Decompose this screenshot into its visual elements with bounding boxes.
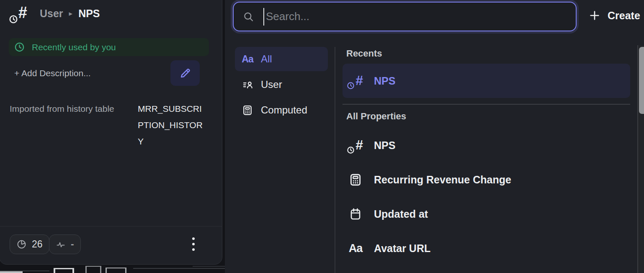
number-clock-icon: # — [10, 5, 27, 22]
clock-icon — [14, 42, 25, 52]
aa-text-icon: Aa — [349, 242, 363, 255]
result-label: NPS — [374, 139, 395, 152]
chart-count-value: 26 — [32, 239, 43, 250]
property-search-modal: Create Aa All User — [225, 0, 644, 273]
imported-table-name: MRR_SUBSCRIPTION_HISTORY — [138, 100, 206, 149]
text-caret — [263, 8, 264, 26]
edit-description-button[interactable] — [170, 60, 200, 86]
breadcrumb: User ▸ NPS — [40, 8, 100, 20]
result-label: Avatar URL — [374, 242, 430, 255]
calculator-icon — [348, 173, 363, 187]
section-title-recents: Recents — [343, 47, 630, 60]
recently-used-badge: Recently used by you — [9, 38, 209, 56]
background-chart-peek — [0, 265, 225, 273]
breadcrumb-parent[interactable]: User — [40, 8, 63, 20]
calculator-icon — [241, 104, 254, 116]
recently-used-label: Recently used by you — [32, 42, 116, 52]
trend-value: - — [71, 239, 74, 250]
imported-from-label: Imported from history table — [10, 103, 138, 149]
result-row-nps-recent[interactable]: # NPS — [343, 64, 630, 98]
scrollbar-thumb[interactable] — [639, 47, 644, 114]
property-header: # User ▸ NPS — [10, 5, 100, 22]
trend-button[interactable]: - — [49, 234, 81, 254]
property-detail-panel: # User ▸ NPS Recently used by you + Add … — [0, 0, 222, 265]
chart-count-button[interactable]: 26 — [10, 234, 49, 254]
result-label: NPS — [374, 75, 395, 87]
plus-icon — [589, 10, 600, 21]
tab-user[interactable]: User — [235, 72, 328, 97]
calendar-icon — [348, 207, 363, 221]
result-row-avatar-url[interactable]: Aa Avatar URL — [343, 231, 630, 265]
breadcrumb-current: NPS — [78, 8, 100, 20]
type-filter-nav: Aa All User Computed — [235, 47, 328, 122]
pie-chart-icon — [16, 239, 27, 250]
description-row: + Add Description... — [0, 60, 222, 86]
user-list-icon — [241, 79, 254, 90]
result-label: Recurring Revenue Change — [374, 174, 511, 186]
pencil-icon — [179, 67, 191, 80]
tab-computed[interactable]: Computed — [235, 98, 328, 122]
section-title-all-properties: All Properties — [343, 110, 630, 123]
tab-label: User — [261, 79, 282, 90]
aa-text-icon: Aa — [241, 54, 254, 65]
vertical-divider — [335, 47, 335, 273]
horizontal-divider — [343, 104, 630, 105]
results-pane: Recents # NPS All Properties — [343, 47, 630, 265]
tab-label: Computed — [261, 104, 307, 116]
add-description-button[interactable]: + Add Description... — [14, 68, 91, 78]
result-label: Updated at — [374, 208, 428, 220]
tab-all[interactable]: Aa All — [235, 47, 328, 71]
result-row-updated-at[interactable]: Updated at — [343, 197, 630, 231]
search-input[interactable] — [234, 3, 576, 31]
background-bar — [0, 271, 23, 273]
search-box — [233, 2, 577, 31]
activity-pulse-icon — [56, 240, 66, 250]
create-label: Create — [608, 10, 640, 22]
breadcrumb-separator-icon: ▸ — [69, 9, 73, 18]
create-button[interactable]: Create — [589, 2, 640, 29]
result-row-recurring-revenue-change[interactable]: Recurring Revenue Change — [343, 162, 630, 197]
panel-footer: 26 - — [0, 226, 222, 263]
number-clock-icon: # — [348, 138, 363, 153]
property-list: # NPS — [343, 128, 630, 265]
result-row-nps[interactable]: # NPS — [343, 128, 630, 162]
tab-label: All — [261, 53, 272, 65]
number-clock-icon: # — [348, 73, 363, 88]
kebab-menu-icon[interactable] — [187, 232, 200, 256]
imported-from-row: Imported from history table MRR_SUBSCRIP… — [10, 103, 211, 149]
search-icon — [243, 11, 254, 22]
